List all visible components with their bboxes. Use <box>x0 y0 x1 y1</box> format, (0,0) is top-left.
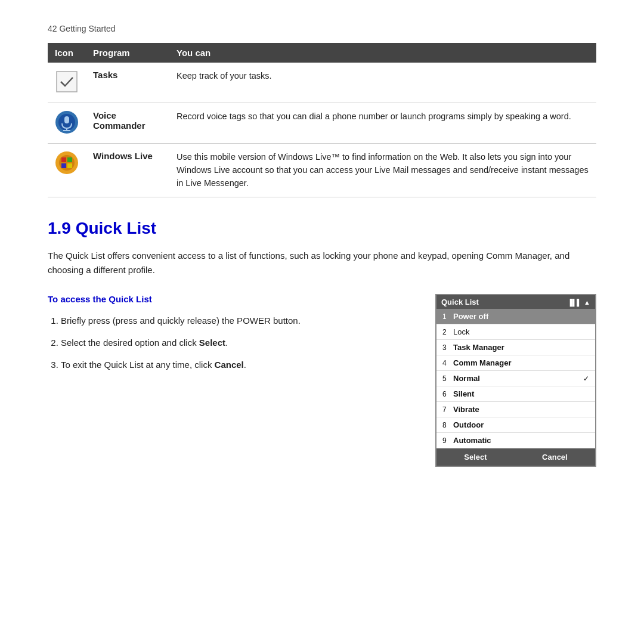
item-label-9: Automatic <box>453 436 491 445</box>
quick-list-area: To access the Quick List Briefly press (… <box>48 294 596 467</box>
section-intro: The Quick List offers convenient access … <box>48 249 596 277</box>
item-label-1: Power off <box>453 312 488 321</box>
instruction-step-3: To exit the Quick List at any time, clic… <box>61 357 417 373</box>
instructions-panel: To access the Quick List Briefly press (… <box>48 294 417 379</box>
cancel-button[interactable]: Cancel <box>536 451 574 463</box>
table-row: Tasks Keep track of your tasks. <box>48 63 596 103</box>
quick-list-item-8[interactable]: 8 Outdoor <box>436 417 595 433</box>
item-check-5: ✓ <box>583 374 589 383</box>
item-num-6: 6 <box>442 390 453 398</box>
svg-point-7 <box>59 155 75 171</box>
program-name-windowslive: Windows Live <box>86 144 169 197</box>
item-num-7: 7 <box>442 405 453 414</box>
battery-icon: ▐▌▌ <box>568 299 581 306</box>
svg-rect-0 <box>57 72 77 92</box>
svg-rect-8 <box>61 157 66 162</box>
item-num-3: 3 <box>442 343 453 352</box>
item-num-1: 1 <box>442 312 453 321</box>
program-desc-tasks: Keep track of your tasks. <box>169 63 596 103</box>
step3-text: To exit the Quick List at any time, clic… <box>61 360 246 370</box>
program-desc-voice: Record voice tags so that you can dial a… <box>169 103 596 144</box>
windows-live-icon <box>55 151 79 175</box>
instruction-step-1: Briefly press (press and quickly release… <box>61 312 417 329</box>
icon-cell-voice <box>48 103 86 144</box>
item-label-2: Lock <box>453 327 469 336</box>
program-desc-windowslive: Use this mobile version of Windows Live™… <box>169 144 596 197</box>
phone-title: Quick List <box>441 298 479 306</box>
svg-rect-11 <box>67 163 72 168</box>
item-num-8: 8 <box>442 421 453 429</box>
phone-titlebar-icons: ▐▌▌ ▲ <box>568 299 590 306</box>
quick-list-item-1[interactable]: 1 Power off <box>436 309 595 324</box>
section-title: 1.9 Quick List <box>48 219 596 238</box>
tasks-icon <box>55 70 79 94</box>
svg-rect-9 <box>67 157 72 162</box>
program-name-voice: VoiceCommander <box>86 103 169 144</box>
table-header-program: Program <box>86 43 169 63</box>
instruction-step-2: Select the desired option and click Sele… <box>61 335 417 351</box>
icon-cell-tasks <box>48 63 86 103</box>
program-name-tasks: Tasks <box>86 63 169 103</box>
phone-footer: Select Cancel <box>436 448 595 466</box>
item-label-3: Task Manager <box>453 343 504 352</box>
voice-commander-icon <box>55 110 79 134</box>
select-button[interactable]: Select <box>458 451 493 463</box>
page-container: 42 Getting Started Icon Program You can … <box>0 0 644 491</box>
item-label-8: Outdoor <box>453 420 484 429</box>
quick-list-item-6[interactable]: 6 Silent <box>436 386 595 402</box>
table-row: VoiceCommander Record voice tags so that… <box>48 103 596 144</box>
item-num-2: 2 <box>442 328 453 336</box>
instructions-title: To access the Quick List <box>48 294 417 304</box>
svg-rect-10 <box>61 163 66 168</box>
item-label-6: Silent <box>453 389 474 398</box>
svg-rect-3 <box>64 116 69 123</box>
quick-list-item-9[interactable]: 9 Automatic <box>436 433 595 448</box>
instructions-list: Briefly press (press and quickly release… <box>48 312 417 373</box>
item-label-5: Normal <box>453 374 480 383</box>
program-table: Icon Program You can Tasks Keep track of… <box>48 43 596 197</box>
page-number: 42 Getting Started <box>48 24 596 33</box>
phone-titlebar: Quick List ▐▌▌ ▲ <box>436 295 595 309</box>
step1-text: Briefly press (press and quickly release… <box>61 315 301 326</box>
table-row: Windows Live Use this mobile version of … <box>48 144 596 197</box>
signal-icon: ▲ <box>584 299 590 306</box>
quick-list-item-2[interactable]: 2 Lock <box>436 324 595 340</box>
item-num-9: 9 <box>442 436 453 445</box>
item-label-4: Comm Manager <box>453 358 512 367</box>
quick-list-item-4[interactable]: 4 Comm Manager <box>436 355 595 371</box>
quick-list-item-3[interactable]: 3 Task Manager <box>436 340 595 355</box>
item-num-5: 5 <box>442 374 453 383</box>
quick-list-item-5[interactable]: 5 Normal ✓ <box>436 371 595 386</box>
step2-text: Select the desired option and click Sele… <box>61 338 228 348</box>
icon-cell-windowslive <box>48 144 86 197</box>
item-label-7: Vibrate <box>453 405 479 414</box>
item-num-4: 4 <box>442 359 453 367</box>
table-header-icon: Icon <box>48 43 86 63</box>
phone-quick-list: 1 Power off 2 Lock 3 Task Manager 4 Comm… <box>436 309 595 448</box>
table-header-youcan: You can <box>169 43 596 63</box>
phone-screenshot: Quick List ▐▌▌ ▲ 1 Power off 2 Lock 3 <box>435 294 596 467</box>
quick-list-item-7[interactable]: 7 Vibrate <box>436 402 595 417</box>
